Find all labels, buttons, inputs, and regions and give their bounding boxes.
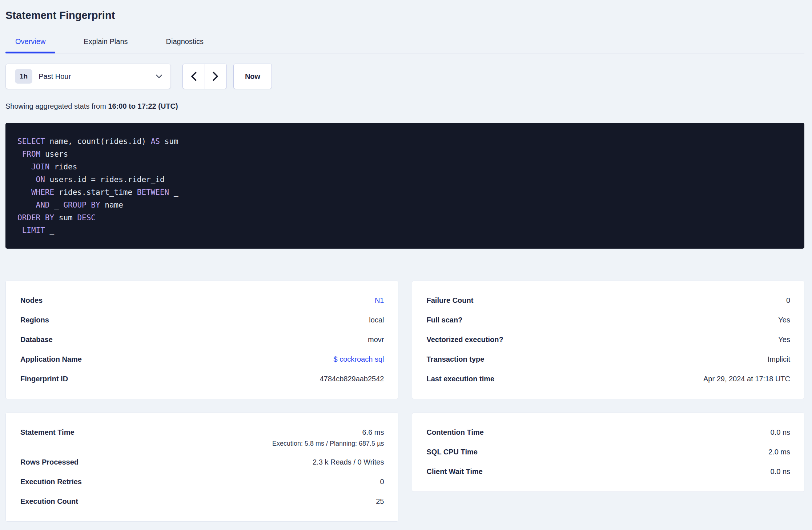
stat-row: Execution Retries0 bbox=[20, 475, 384, 488]
stats-cards-grid: NodesN1RegionslocalDatabasemovrApplicati… bbox=[5, 281, 804, 522]
sql-line: JOIN rides bbox=[17, 161, 793, 173]
stat-label: Statement Time bbox=[20, 426, 75, 438]
stat-row: Client Wait Time0.0 ns bbox=[427, 465, 791, 478]
stat-value: 0.0 ns bbox=[771, 465, 790, 478]
stat-label: Rows Processed bbox=[20, 456, 79, 468]
stat-label: Client Wait Time bbox=[427, 465, 483, 478]
stat-row: Full scan?Yes bbox=[427, 314, 791, 326]
stat-label: Nodes bbox=[20, 294, 43, 306]
prev-range-button[interactable] bbox=[183, 64, 205, 89]
details-card-right: Failure Count0Full scan?YesVectorized ex… bbox=[412, 281, 805, 399]
stat-label: Contention Time bbox=[427, 426, 484, 438]
timing-card-right: Contention Time0.0 nsSQL CPU Time2.0 msC… bbox=[412, 413, 805, 492]
stat-value: 6.6 msExecution: 5.8 ms / Planning: 687.… bbox=[272, 426, 384, 449]
tab-bar: Overview Explain Plans Diagnostics bbox=[5, 36, 804, 53]
stat-label: Regions bbox=[20, 314, 49, 326]
now-button[interactable]: Now bbox=[233, 64, 272, 89]
stat-row: Execution Count25 bbox=[20, 495, 384, 507]
stat-row: Databasemovr bbox=[20, 333, 384, 346]
stat-value: 25 bbox=[376, 495, 384, 507]
stat-value-link[interactable]: $ cockroach sql bbox=[334, 353, 384, 365]
tab-overview[interactable]: Overview bbox=[5, 36, 55, 53]
stat-row: Fingerprint ID4784cb829aab2542 bbox=[20, 373, 384, 385]
time-range-picker[interactable]: 1h Past Hour bbox=[5, 64, 171, 89]
stat-label: Execution Retries bbox=[20, 475, 82, 488]
stat-row: Statement Time6.6 msExecution: 5.8 ms / … bbox=[20, 426, 384, 449]
stat-row: Failure Count0 bbox=[427, 294, 791, 306]
stat-value: 0 bbox=[380, 475, 384, 488]
time-interval-badge: 1h bbox=[15, 69, 32, 84]
summary-time-range: 16:00 to 17:22 (UTC) bbox=[108, 102, 178, 110]
sql-line: WHERE rides.start_time BETWEEN _ bbox=[17, 186, 793, 199]
stat-label: Database bbox=[20, 333, 53, 346]
sql-line: FROM users bbox=[17, 148, 793, 161]
next-range-button[interactable] bbox=[205, 64, 227, 89]
tab-diagnostics[interactable]: Diagnostics bbox=[156, 36, 213, 53]
chevron-right-icon bbox=[213, 72, 218, 81]
stat-label: SQL CPU Time bbox=[427, 446, 478, 458]
chevron-left-icon bbox=[191, 72, 197, 81]
sql-line: ORDER BY sum DESC bbox=[17, 212, 793, 224]
page-title: Statement Fingerprint bbox=[5, 0, 804, 22]
stat-value: Yes bbox=[778, 333, 790, 346]
stat-label: Fingerprint ID bbox=[20, 373, 68, 385]
stat-label: Transaction type bbox=[427, 353, 485, 365]
stat-value: Yes bbox=[778, 314, 790, 326]
stat-row: Last execution timeApr 29, 2024 at 17:18… bbox=[427, 373, 791, 385]
stat-value: 0.0 ns bbox=[771, 426, 790, 438]
stat-label: Execution Count bbox=[20, 495, 78, 507]
stat-subvalue: Execution: 5.8 ms / Planning: 687.5 µs bbox=[272, 438, 384, 449]
stat-row: Application Name$ cockroach sql bbox=[20, 353, 384, 365]
stat-value: 2.3 k Reads / 0 Writes bbox=[313, 456, 384, 468]
time-step-buttons bbox=[182, 64, 227, 89]
sql-line: SELECT name, count(rides.id) AS sum bbox=[17, 135, 793, 148]
sql-statement: SELECT name, count(rides.id) AS sum FROM… bbox=[5, 123, 804, 249]
time-toolbar: 1h Past Hour bbox=[5, 64, 804, 89]
stat-row: Vectorized execution?Yes bbox=[427, 333, 791, 346]
statement-fingerprint-page: Statement Fingerprint Overview Explain P… bbox=[0, 0, 812, 522]
stat-label: Full scan? bbox=[427, 314, 463, 326]
stat-label: Vectorized execution? bbox=[427, 333, 503, 346]
stat-value: Implicit bbox=[768, 353, 790, 365]
stat-row: Rows Processed2.3 k Reads / 0 Writes bbox=[20, 456, 384, 468]
summary-prefix: Showing aggregated stats from bbox=[5, 102, 108, 110]
stat-label: Failure Count bbox=[427, 294, 474, 306]
stat-value: 0 bbox=[786, 294, 790, 306]
stat-label: Application Name bbox=[20, 353, 82, 365]
stat-label: Last execution time bbox=[427, 373, 495, 385]
stat-row: Regionslocal bbox=[20, 314, 384, 326]
stat-value: 2.0 ms bbox=[768, 446, 790, 458]
stat-row: Transaction typeImplicit bbox=[427, 353, 791, 365]
stat-value: Apr 29, 2024 at 17:18 UTC bbox=[703, 373, 790, 385]
stat-row: Contention Time0.0 ns bbox=[427, 426, 791, 438]
sql-line: ON users.id = rides.rider_id bbox=[17, 173, 793, 186]
stat-value: local bbox=[369, 314, 384, 326]
timing-card-left: Statement Time6.6 msExecution: 5.8 ms / … bbox=[5, 413, 398, 522]
stat-value: 4784cb829aab2542 bbox=[320, 373, 384, 385]
stat-row: NodesN1 bbox=[20, 294, 384, 306]
sql-line: AND _ GROUP BY name bbox=[17, 199, 793, 212]
tab-explain-plans[interactable]: Explain Plans bbox=[74, 36, 137, 53]
stat-value: movr bbox=[368, 333, 384, 346]
stat-row: SQL CPU Time2.0 ms bbox=[427, 446, 791, 458]
stat-value-link[interactable]: N1 bbox=[375, 294, 384, 306]
time-range-label: Past Hour bbox=[39, 72, 156, 81]
sql-line: LIMIT _ bbox=[17, 224, 793, 237]
chevron-down-icon bbox=[156, 75, 162, 79]
aggregated-stats-summary: Showing aggregated stats from 16:00 to 1… bbox=[5, 102, 804, 111]
details-card-left: NodesN1RegionslocalDatabasemovrApplicati… bbox=[5, 281, 398, 399]
